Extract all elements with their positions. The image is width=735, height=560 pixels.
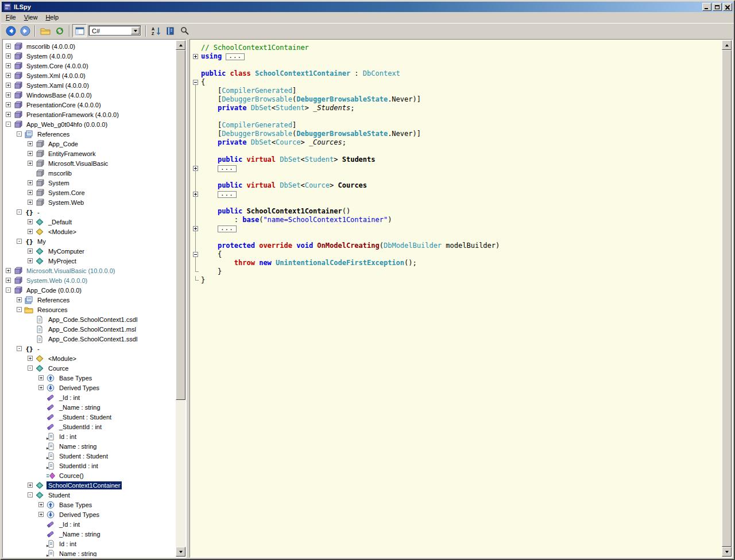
scroll-up-button[interactable] [176, 40, 185, 50]
collapse-icon[interactable]: - [6, 122, 11, 127]
expand-icon[interactable]: + [6, 44, 11, 49]
tree-item[interactable]: +MyProject [3, 256, 176, 266]
tree-item[interactable]: _Student : Student [3, 412, 176, 422]
tree-item[interactable]: +App_Code [3, 139, 176, 149]
expand-icon[interactable]: + [6, 278, 11, 283]
fold-expand-icon[interactable] [191, 164, 201, 173]
tree-item[interactable]: +System.Core [3, 188, 176, 197]
expand-icon[interactable]: + [6, 102, 11, 107]
expand-icon[interactable]: + [28, 229, 33, 234]
expand-icon[interactable]: + [38, 385, 44, 390]
tree-item[interactable]: Id : int [3, 539, 176, 549]
refresh-button[interactable] [52, 24, 67, 37]
expand-icon[interactable]: + [6, 53, 11, 59]
maximize-button[interactable] [713, 3, 722, 11]
tree-item[interactable]: +System.Web (4.0.0.0) [3, 275, 176, 285]
tree-item[interactable]: +PresentationCore (4.0.0.0) [3, 100, 176, 110]
title-bar[interactable]: ILSpy [2, 2, 733, 12]
expand-icon[interactable]: + [17, 297, 22, 302]
expand-icon[interactable]: + [28, 248, 33, 254]
search-button[interactable] [177, 24, 192, 37]
tree-scrollbar[interactable] [176, 40, 185, 557]
fold-collapse-icon[interactable] [191, 78, 201, 87]
code-scrollbar-thumb[interactable] [722, 50, 732, 547]
code-scrollbar[interactable] [722, 40, 732, 557]
tree-item[interactable]: Name : string [3, 549, 176, 557]
expand-icon[interactable]: + [28, 190, 33, 195]
tree-item[interactable]: Id : int [3, 431, 176, 441]
fold-collapse-icon[interactable] [191, 250, 201, 259]
tree-item[interactable]: -{}- [3, 344, 176, 353]
collapse-icon[interactable]: - [17, 209, 22, 215]
expand-icon[interactable]: + [6, 268, 11, 273]
expand-icon[interactable]: + [28, 356, 33, 361]
collapse-icon[interactable]: - [17, 346, 22, 351]
tree-item[interactable]: +References [3, 295, 176, 305]
expand-icon[interactable]: + [6, 73, 11, 78]
scroll-down-button[interactable] [722, 547, 732, 557]
tree-item[interactable]: _Id : int [3, 392, 176, 402]
tree-scrollbar-thumb[interactable] [176, 50, 185, 400]
tree-item[interactable]: +Base Types [3, 373, 176, 383]
minimize-button[interactable] [702, 3, 711, 11]
tree-item[interactable]: +System.Xml (4.0.0.0) [3, 71, 176, 80]
language-selector[interactable]: C# [88, 25, 141, 36]
tree-item[interactable]: +Base Types [3, 500, 176, 510]
tree-item[interactable]: _Name : string [3, 529, 176, 539]
expand-icon[interactable]: + [28, 141, 33, 146]
expand-icon[interactable]: + [38, 502, 44, 507]
collapse-icon[interactable]: - [17, 239, 22, 244]
scroll-up-button[interactable] [722, 40, 732, 50]
expand-icon[interactable]: + [28, 161, 33, 166]
tree-item[interactable]: +_Default [3, 217, 176, 227]
collapsed-region-box[interactable]: ... [218, 165, 237, 172]
tree-item[interactable]: +Microsoft.VisualBasic [3, 158, 176, 168]
tree-item[interactable]: Student : Student [3, 451, 176, 461]
chevron-down-icon[interactable] [131, 27, 140, 34]
tree-item[interactable]: +System.Xaml (4.0.0.0) [3, 80, 176, 90]
tree-item[interactable]: _StudentId : int [3, 422, 176, 431]
collapse-icon[interactable]: - [17, 307, 22, 312]
expand-icon[interactable]: + [28, 258, 33, 263]
expand-icon[interactable]: + [6, 83, 11, 88]
tree-item[interactable]: -Student [3, 490, 176, 500]
expand-icon[interactable]: + [38, 375, 44, 380]
tree-item[interactable]: -Resources [3, 305, 176, 314]
tree-item[interactable]: App_Code.SchoolContext1.csdl [3, 314, 176, 324]
tree-item[interactable]: +Microsoft.VisualBasic (10.0.0.0) [3, 266, 176, 275]
decompiled-code[interactable]: // SchoolContext1Containerusing ...publi… [191, 40, 722, 557]
collapse-icon[interactable]: - [28, 365, 33, 371]
tree-item[interactable]: +Derived Types [3, 510, 176, 519]
tree-item[interactable]: +mscorlib (4.0.0.0) [3, 41, 176, 51]
tree-item[interactable]: +SchoolContext1Container [3, 480, 176, 490]
scroll-down-button[interactable] [176, 547, 185, 557]
assembly-list-button[interactable] [163, 24, 177, 37]
fold-expand-icon[interactable] [191, 52, 201, 61]
tree-item[interactable]: _Id : int [3, 519, 176, 529]
tree-item[interactable]: Name : string [3, 441, 176, 451]
expand-icon[interactable]: + [6, 63, 11, 68]
tree-item[interactable]: -App_Code (0.0.0.0) [3, 285, 176, 295]
tree-item[interactable]: +WindowsBase (4.0.0.0) [3, 90, 176, 100]
collapsed-region-box[interactable]: ... [218, 191, 237, 198]
expand-icon[interactable]: + [28, 151, 33, 156]
tree-item[interactable]: App_Code.SchoolContext1.msl [3, 324, 176, 334]
tree-item[interactable]: -{}My [3, 236, 176, 246]
expand-icon[interactable]: + [28, 483, 33, 488]
collapsed-region-box[interactable]: ... [226, 53, 245, 60]
nav-forward-button[interactable] [18, 24, 32, 37]
tree-item[interactable]: +<Module> [3, 353, 176, 363]
tree-item[interactable]: +Derived Types [3, 383, 176, 392]
tree-item[interactable]: +System.Core (4.0.0.0) [3, 61, 176, 71]
expand-icon[interactable]: + [28, 180, 33, 185]
open-folder-button[interactable] [38, 24, 52, 37]
collapse-icon[interactable]: - [6, 287, 11, 293]
tree-item[interactable]: +System.Web [3, 197, 176, 207]
collapse-icon[interactable]: - [28, 492, 33, 497]
tree-item[interactable]: +PresentationFramework (4.0.0.0) [3, 110, 176, 119]
expand-icon[interactable]: + [6, 112, 11, 117]
tree-item[interactable]: +EntityFramework [3, 149, 176, 158]
tree-item[interactable]: +MyComputer [3, 246, 176, 256]
tree-item[interactable]: -Cource [3, 363, 176, 373]
tree-item[interactable]: StudentId : int [3, 461, 176, 470]
